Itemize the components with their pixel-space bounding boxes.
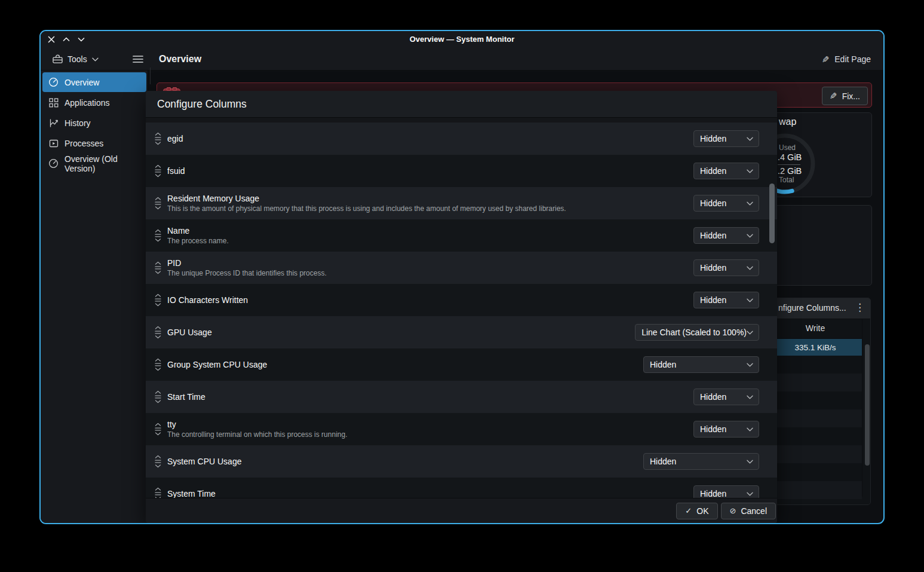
column-row-fsuid[interactable]: fsuid Hidden	[146, 155, 777, 187]
column-visibility-dropdown[interactable]: Hidden	[693, 163, 759, 179]
cancel-icon: ⊘	[730, 507, 736, 515]
drag-handle-icon[interactable]	[154, 390, 162, 403]
drag-handle-icon[interactable]	[154, 164, 162, 178]
sidebar-item-applications[interactable]: Applications	[42, 93, 146, 112]
chevron-down-icon	[747, 492, 753, 496]
drag-handle-icon[interactable]	[154, 455, 162, 468]
grid-icon	[48, 97, 59, 108]
ok-button[interactable]: ✓ OK	[676, 503, 717, 519]
column-label: Resident Memory Usage	[167, 194, 259, 203]
column-label: Name	[167, 226, 189, 235]
column-list: egid Hidden fsuid Hidden Resident Memory…	[146, 118, 777, 498]
column-visibility-dropdown[interactable]: Hidden	[693, 195, 759, 212]
drag-handle-icon[interactable]	[154, 423, 162, 436]
drag-handle-icon[interactable]	[154, 261, 162, 274]
titlebar: Overview — System Monitor	[41, 31, 883, 48]
chevron-down-icon	[747, 298, 753, 302]
column-visibility-dropdown[interactable]: Hidden	[693, 292, 759, 308]
chevron-down-icon	[747, 363, 753, 367]
column-label: System Time	[167, 489, 216, 498]
drag-handle-icon[interactable]	[154, 326, 162, 339]
column-visibility-dropdown[interactable]: Hidden	[643, 453, 759, 470]
column-visibility-dropdown[interactable]: Line Chart (Scaled to 100%)	[635, 324, 759, 341]
check-icon: ✓	[685, 507, 692, 515]
kebab-menu-icon[interactable]: ⋮	[855, 301, 865, 314]
window-title: Overview — System Monitor	[41, 31, 883, 48]
column-label: PID	[167, 258, 181, 268]
column-label: Start Time	[167, 392, 205, 402]
chevron-down-icon	[747, 266, 753, 270]
tools-menu-button[interactable]: Tools	[49, 51, 102, 68]
drag-handle-icon[interactable]	[154, 293, 162, 307]
toolbar: Tools Overview ✎ Edit Page	[41, 48, 883, 71]
page-title: Overview	[159, 48, 201, 71]
dialog-title: Configure Columns	[157, 91, 247, 118]
column-row-name[interactable]: NameThe process name. Hidden	[146, 219, 777, 252]
column-row-gpu-usage[interactable]: GPU Usage Line Chart (Scaled to 100%)	[146, 316, 777, 348]
column-row-resident-memory[interactable]: Resident Memory UsageThis is the amount …	[146, 187, 777, 219]
column-label: egid	[167, 134, 183, 143]
fix-button[interactable]: ✎ Fix...	[822, 87, 868, 105]
column-visibility-dropdown[interactable]: Hidden	[693, 259, 759, 276]
column-label: System CPU Usage	[167, 457, 241, 466]
drag-handle-icon[interactable]	[154, 197, 162, 210]
column-row-io-characters-written[interactable]: IO Characters Written Hidden	[146, 284, 777, 316]
write-value: 335.1 KiB/s	[794, 343, 836, 352]
drag-handle-icon[interactable]	[154, 487, 162, 498]
column-visibility-dropdown[interactable]: Hidden	[643, 356, 759, 373]
chevron-down-icon	[747, 169, 753, 173]
process-window-icon	[48, 138, 59, 148]
column-label: Group System CPU Usage	[167, 360, 267, 369]
column-description: The process name.	[167, 237, 693, 246]
sidebar-item-history[interactable]: History	[42, 113, 146, 133]
column-visibility-dropdown[interactable]: Hidden	[693, 130, 759, 147]
column-description: The unique Process ID that identifies th…	[167, 269, 693, 278]
edit-page-button[interactable]: ✎ Edit Page	[818, 51, 874, 68]
column-visibility-dropdown[interactable]: Hidden	[693, 389, 759, 405]
column-visibility-dropdown[interactable]: Hidden	[693, 227, 759, 244]
toolbar-separator	[150, 68, 151, 84]
table-scrollbar[interactable]	[865, 344, 870, 466]
chevron-down-icon	[747, 234, 753, 238]
tools-label: Tools	[67, 54, 87, 64]
column-visibility-dropdown[interactable]: Hidden	[693, 421, 759, 438]
column-row-system-cpu-usage[interactable]: System CPU Usage Hidden	[146, 445, 777, 478]
pencil-icon: ✎	[822, 55, 830, 64]
speedometer-icon	[48, 77, 59, 87]
chevron-down-icon	[747, 460, 753, 464]
column-row-pid[interactable]: PIDThe unique Process ID that identifies…	[146, 252, 777, 284]
drag-handle-icon[interactable]	[154, 358, 162, 371]
swap-total-value: .2 GiB	[778, 166, 802, 176]
swap-total-label: Total	[779, 176, 794, 184]
toolbox-icon	[53, 54, 63, 65]
column-label: GPU Usage	[167, 328, 212, 337]
column-header-write: Write	[806, 323, 825, 333]
chevron-down-icon	[747, 395, 753, 399]
dialog-header: Configure Columns	[146, 91, 777, 118]
drag-handle-icon[interactable]	[154, 132, 162, 145]
dialog-scrollbar[interactable]	[769, 183, 775, 243]
column-description: The controlling terminal on which this p…	[167, 430, 693, 439]
sidebar-item-overview[interactable]: Overview	[42, 72, 146, 92]
column-row-group-system-cpu[interactable]: Group System CPU Usage Hidden	[146, 348, 777, 381]
chevron-down-icon	[747, 201, 753, 206]
hamburger-icon	[133, 55, 143, 63]
cancel-button[interactable]: ⊘ Cancel	[721, 503, 776, 519]
sidebar-item-overview-old[interactable]: Overview (Old Version)	[42, 154, 146, 173]
column-row-system-time[interactable]: System Time Hidden	[146, 478, 777, 498]
configure-columns-dialog: Configure Columns egid Hidden fsuid Hidd…	[146, 91, 777, 523]
column-row-start-time[interactable]: Start Time Hidden	[146, 381, 777, 413]
column-visibility-dropdown[interactable]: Hidden	[693, 485, 759, 498]
app-window: Overview — System Monitor Tools Overview…	[39, 30, 885, 524]
column-label: tty	[167, 420, 176, 429]
hamburger-menu-button[interactable]	[129, 51, 147, 68]
column-row-tty[interactable]: ttyThe controlling terminal on which thi…	[146, 413, 777, 445]
drag-handle-icon[interactable]	[154, 229, 162, 242]
speedometer-icon	[48, 158, 59, 169]
sidebar-item-processes[interactable]: Processes	[42, 133, 146, 153]
pencil-icon: ✎	[830, 91, 837, 100]
configure-columns-menu-item[interactable]: nfigure Columns...	[778, 303, 846, 313]
column-row-egid[interactable]: egid Hidden	[146, 123, 777, 155]
column-label: IO Characters Written	[167, 295, 248, 305]
dialog-footer: ✓ OK ⊘ Cancel	[146, 498, 777, 523]
